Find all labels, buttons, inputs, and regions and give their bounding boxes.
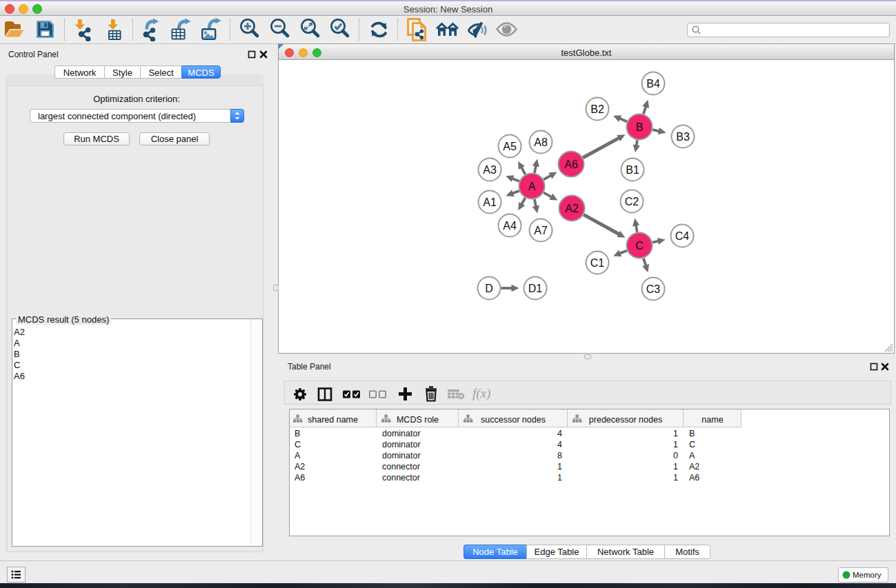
svg-text:A1: A1 [483,196,497,208]
svg-text:Memory: Memory [853,571,882,579]
svg-text:C: C [635,240,644,252]
svg-text:A5: A5 [503,141,517,152]
svg-text:A4: A4 [503,220,517,232]
svg-text:D1: D1 [528,283,543,294]
svg-text:C2: C2 [625,196,639,207]
svg-text:B: B [636,121,644,133]
svg-text:A3: A3 [483,164,497,176]
svg-text:C3: C3 [646,283,661,295]
svg-text:B2: B2 [590,103,604,115]
svg-text:C4: C4 [675,230,690,242]
svg-text:B3: B3 [676,131,690,143]
svg-text:A6: A6 [564,159,578,170]
svg-text:D: D [485,283,493,294]
svg-text:A7: A7 [534,225,548,236]
svg-text:C1: C1 [590,257,605,269]
svg-text:A2: A2 [565,203,579,214]
svg-text:A8: A8 [534,136,548,148]
svg-text:B1: B1 [626,164,639,176]
svg-text:A: A [528,181,536,192]
svg-text:B4: B4 [646,78,660,90]
